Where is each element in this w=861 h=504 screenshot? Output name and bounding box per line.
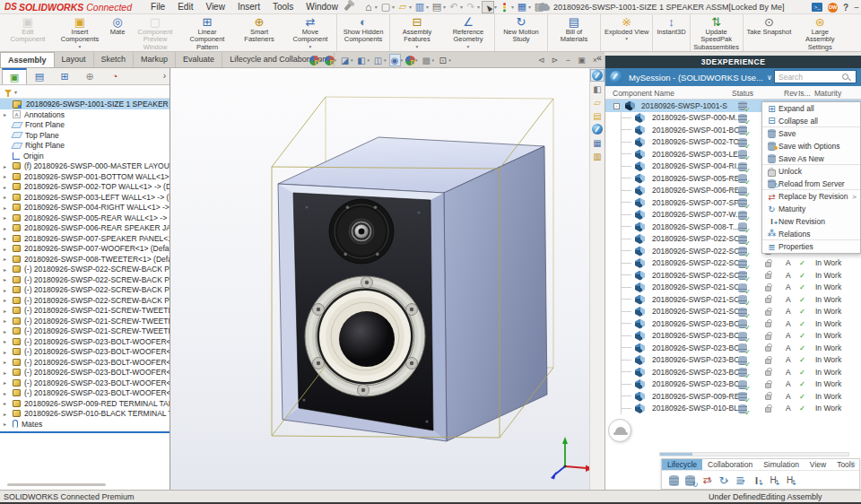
replace-by-revision-icon[interactable] [700,474,713,487]
woofer[interactable] [305,276,425,396]
dropdown-arrow-icon[interactable]: ▾ [409,4,412,10]
dropdown-arrow-icon[interactable]: ▾ [460,4,463,10]
context-menu-item[interactable]: Relations [762,228,860,240]
user-avatar[interactable]: OW [828,3,838,13]
custom-properties-icon[interactable] [590,150,604,162]
tweeter[interactable] [329,199,394,264]
menu-item[interactable]: Tools [266,0,300,14]
ribbon-button[interactable]: Reference Geometry ▾ [443,14,495,51]
expander-icon[interactable]: ▸ [4,390,11,396]
action-bar-tab[interactable]: Simulation [758,459,804,470]
graphics-viewport[interactable] [170,68,589,490]
component-row[interactable]: - 20180926-SWSP-021-SC... A ✓ In Work [605,293,861,306]
pin-menubar-icon[interactable] [344,3,352,11]
tree-item[interactable]: ▸ 20180926-SWSP-007-WOOFER<1> (Default) … [0,244,170,255]
ribbon-button[interactable]: New Motion Study ▾ [496,14,548,51]
save-icon[interactable] [413,1,426,13]
tree-item[interactable]: ▸ 20180926-SWSP-001-BOTTOM WALL<1> -> (D… [0,171,170,182]
ribbon-button[interactable]: Edit Component ▾ [2,14,54,51]
view-palette-icon[interactable] [590,136,604,149]
section-view-icon[interactable] [339,54,351,66]
context-menu-item[interactable]: Collapse all [762,115,860,127]
tree-item[interactable]: ▸ 20180926-SWSP-008-TWEETER<1> (Default)… [0,254,170,265]
expander-icon[interactable]: ▸ [4,266,11,273]
menu-item[interactable]: Insert [231,0,266,14]
dropdown-arrow-icon[interactable]: ▾ [79,45,82,49]
tree-item[interactable]: ▸ (-) 20180926-SWSP-021-SCREW-TWEETER<10… [0,326,170,337]
undo-icon[interactable] [448,1,460,13]
previous-window-icon[interactable]: ⊲ [536,56,546,65]
component-row[interactable]: - 20180926-SWSP-023-BO... A ✓ In Work [605,378,861,391]
collapse-expander-icon[interactable]: - [613,103,620,109]
expander-icon[interactable]: ▸ [4,359,11,365]
edit-appearance-icon[interactable] [405,56,415,65]
action-bar-tab[interactable]: Collaboration [702,459,758,470]
tree-item[interactable]: ▸ Front Plane [0,120,170,131]
dropdown-arrow-icon[interactable]: ▾ [448,57,451,63]
3dexperience-icon[interactable] [590,69,604,82]
featuremanager-tree-icon[interactable] [2,68,27,84]
expander-icon[interactable]: ▸ [4,256,11,262]
tree-item[interactable]: ▸ (-) 20180926-SWSP-023-BOLT-WOOFER<10> … [0,368,170,378]
ribbon-button[interactable]: Assembly Features ▾ [391,14,443,51]
component-row[interactable]: - 20180926-SWSP-022-SC... A ✓ In Work [605,269,861,282]
expander-icon[interactable]: ▸ [4,276,11,282]
ribbon-button[interactable]: Mate ▾ [106,14,129,51]
ribbon-button[interactable]: Update SpeedPak Subassemblies ▾ [691,14,744,51]
view-orientation-icon[interactable] [356,54,368,66]
tree-item[interactable]: ▸ (f) 20180926-SWSP-000-MASTER LAYOUT PA… [0,161,170,172]
zoom-area-icon[interactable] [325,56,335,65]
maturity2-icon[interactable] [718,474,730,487]
expander-icon[interactable]: ▸ [4,194,11,200]
command-prompt-icon[interactable]: >_ [812,3,822,12]
component-row[interactable]: - 20180926-SWSP-021-SC... A ✓ In Work [605,306,861,318]
tree-item[interactable]: ▸ (-) 20180926-SWSP-023-BOLT-WOOFER<9> (… [0,357,170,368]
ribbon-button[interactable]: Move Component ▾ [285,14,337,51]
expander-icon[interactable]: ▸ [4,287,11,293]
ribbon-button[interactable]: Linear Component Pattern ▾ [181,14,233,51]
tree-item[interactable]: ▸ 20180926-SWSP-006-REAR SPEAKER JACK PA… [0,223,170,234]
favorites-heart-icon[interactable]: ♡ [849,459,857,471]
tree-item[interactable]: ▸ (-) 20180926-SWSP-023-BOLT-WOOFER<12> … [0,388,170,399]
dropdown-arrow-icon[interactable]: ▾ [368,57,370,63]
dropdown-arrow-icon[interactable]: ▾ [511,4,514,10]
flyout-arrow-icon[interactable]: › [163,71,166,81]
help-icon[interactable]: ? [843,3,848,13]
component-row[interactable]: - 20180926-SWSP-023-BO... A ✓ In Work [605,317,861,330]
tree-item[interactable]: ▸ 20180926-SWSP-002-TOP WALL<1> -> (Defa… [0,182,170,193]
dropdown-arrow-icon[interactable]: ▾ [14,89,17,95]
dropdown-arrow-icon[interactable]: ▾ [528,4,531,10]
component-row[interactable]: - 20180926-SWSP-022-SC... A ✓ In Work [605,257,861,270]
configurationmanager-icon[interactable] [52,68,77,84]
dropdown-arrow-icon[interactable]: ▾ [375,4,378,10]
tree-item[interactable]: ▸ (-) 20180926-SWSP-023-BOLT-WOOFER<8> (… [0,347,170,358]
replace-component-icon[interactable] [784,474,796,487]
ribbon-button[interactable]: Bill of Materials ▾ [549,14,601,51]
expander-icon[interactable]: ▸ [4,317,11,324]
insert-component-icon[interactable] [767,474,779,487]
update-icon[interactable] [684,474,697,487]
expander-icon[interactable]: ▸ [4,225,11,231]
expander-icon[interactable]: ▸ [4,297,11,303]
new-document-icon[interactable] [379,1,392,13]
expander-icon[interactable]: ▸ [4,338,11,344]
expander-icon[interactable]: ▸ [4,173,11,179]
print-icon[interactable] [430,1,443,13]
file-properties-icon[interactable] [516,1,528,13]
menu-item[interactable]: Window [300,0,344,14]
tree-item[interactable]: ▸ (-) 20180926-SWSP-022-SCREW-BACK PLATE… [0,295,170,306]
design-library-icon[interactable] [590,96,604,109]
component-row[interactable]: - 20180926-SWSP-021-SC... A ✓ In Work [605,282,861,294]
minimize-icon[interactable]: − [854,3,859,13]
context-menu-item[interactable]: Save [762,127,860,140]
component-row[interactable]: - 20180926-SWSP-023-BO... A ✓ In Work [605,342,861,354]
search-icon[interactable] [842,74,848,80]
menu-item[interactable]: Edit [171,0,199,14]
tree-item[interactable]: ▸ (-) 20180926-SWSP-022-SCREW-BACK PLATE… [0,274,170,285]
collapse-taskpane-icon[interactable]: « [594,53,604,63]
ribbon-button[interactable]: Insert Components ▾ [54,14,106,51]
context-menu-item[interactable]: Maturity [762,203,860,215]
expander-icon[interactable]: ▸ [4,379,11,386]
dropdown-arrow-icon[interactable]: ▾ [443,4,446,10]
action-bar-tab[interactable]: View [804,459,831,470]
